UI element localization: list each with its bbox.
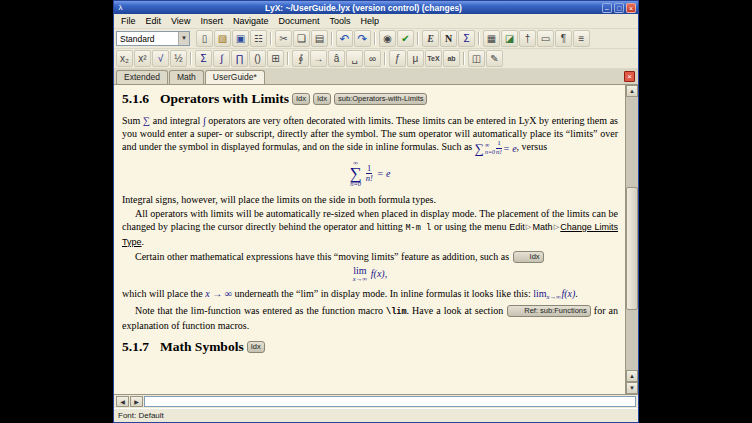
statusbar: Font: Default — [114, 408, 638, 422]
tab-userguide[interactable]: UserGuide* — [205, 70, 265, 84]
menu-view[interactable]: View — [166, 15, 195, 27]
minibuffer-input[interactable] — [144, 396, 636, 407]
scroll-up2-icon[interactable]: ▲ — [626, 370, 638, 382]
scroll-down-icon[interactable]: ▼ — [626, 382, 638, 394]
label-inset[interactable]: sub:Operators-with-Limits — [334, 93, 427, 105]
space-icon[interactable]: ␣ — [346, 50, 363, 67]
toolbar-separator — [331, 32, 333, 45]
sum-icon[interactable]: Σ — [195, 50, 212, 67]
section-title: Operators with Limits — [160, 91, 289, 106]
function-argument: f(x) — [561, 288, 575, 299]
save-icon[interactable]: ▣ — [232, 30, 249, 47]
close-button[interactable]: × — [626, 3, 636, 13]
search-icon[interactable]: ◉ — [379, 30, 396, 47]
chevron-down-icon[interactable]: ▼ — [178, 32, 189, 45]
section-title: Math Symbols — [160, 339, 244, 354]
delimiters-icon[interactable]: () — [249, 50, 266, 67]
spellcheck-icon[interactable]: ✔ — [397, 30, 414, 47]
undo-icon[interactable]: ↶ — [336, 30, 353, 47]
maximize-button[interactable]: □ — [614, 3, 624, 13]
scroll-up-icon[interactable]: ▲ — [626, 85, 638, 97]
menu-tools[interactable]: Tools — [324, 15, 355, 27]
footnote-icon[interactable]: † — [519, 30, 536, 47]
cross-reference-inset[interactable]: Ref: sub:Functions — [507, 305, 591, 317]
display-formula-sum[interactable]: ∞∑n=0 1n! = e — [122, 160, 618, 188]
titlebar[interactable]: λ LyX: ~/UserGuide.lyx (version control)… — [114, 1, 638, 14]
keyboard-shortcut: M-m l — [406, 223, 432, 233]
document-area[interactable]: 5.1.6Operators with LimitsIdxIdxsub:Oper… — [114, 85, 625, 394]
display-formula-lim[interactable]: limx→∞ f(x), — [122, 266, 618, 283]
noun-icon[interactable]: N — [440, 30, 457, 47]
close-tab-button[interactable]: × — [624, 71, 635, 82]
redo-icon[interactable]: ↷ — [354, 30, 371, 47]
menu-navigate[interactable]: Navigate — [228, 15, 274, 27]
insert-table-icon[interactable]: ▦ — [483, 30, 500, 47]
math-mode-icon[interactable]: Σ — [458, 30, 475, 47]
text-run: . Have a look at section — [407, 305, 507, 316]
subscript-icon[interactable]: x₂ — [116, 50, 133, 67]
status-text: Font: Default — [118, 411, 164, 420]
contour-integral-icon[interactable]: ∮ — [292, 50, 309, 67]
layout-icon[interactable]: ≡ — [573, 30, 590, 47]
inline-math-x-to-infinity[interactable]: x → ∞ — [205, 288, 232, 299]
text-run: . — [575, 288, 578, 299]
product-icon[interactable]: ∏ — [231, 50, 248, 67]
lim-under-limit: x→∞ — [353, 276, 367, 283]
fraction-icon[interactable]: ½ — [170, 50, 187, 67]
toolbar-separator — [417, 32, 419, 45]
index-inset[interactable]: Idx — [292, 93, 310, 105]
tab-math[interactable]: Math — [169, 70, 204, 84]
tab-extended[interactable]: Extended — [116, 70, 168, 84]
menu-file[interactable]: File — [116, 15, 141, 27]
index-inset[interactable]: Idx — [313, 93, 331, 105]
section-number: 5.1.6 — [122, 91, 149, 106]
latex-macro: \lim — [386, 307, 406, 317]
minimize-button[interactable]: – — [602, 3, 612, 13]
scrollbar-track[interactable] — [626, 97, 638, 370]
menu-help[interactable]: Help — [355, 15, 384, 27]
menu-document[interactable]: Document — [273, 15, 324, 27]
emphasis-icon[interactable]: E — [422, 30, 439, 47]
arrow-right-icon[interactable]: ▶ — [130, 396, 143, 407]
index-inset[interactable]: Idx — [247, 341, 265, 353]
accent-icon[interactable]: â — [328, 50, 345, 67]
menu-edit[interactable]: Edit — [141, 15, 167, 27]
app-icon: λ — [116, 3, 125, 12]
cut-icon[interactable]: ✂ — [275, 30, 292, 47]
margin-note-icon[interactable]: ▭ — [537, 30, 554, 47]
text-in-math-icon[interactable]: ab — [443, 50, 460, 67]
paste-icon[interactable]: ▤ — [311, 30, 328, 47]
macro-icon[interactable]: μ — [407, 50, 424, 67]
paragraph-style-value: Standard — [120, 34, 155, 44]
paragraph-icon[interactable]: ¶ — [555, 30, 572, 47]
copy-icon[interactable]: ❏ — [293, 30, 310, 47]
insert-graphics-icon[interactable]: ◪ — [501, 30, 518, 47]
limits-icon[interactable]: ∞ — [364, 50, 381, 67]
new-document-icon[interactable]: ▯ — [196, 30, 213, 47]
paragraph-style-select[interactable]: Standard ▼ — [116, 31, 190, 46]
toolbar-separator — [287, 52, 289, 65]
math-panel-icon[interactable]: ✎ — [486, 50, 503, 67]
text-run: Sum — [122, 115, 143, 126]
display-toggle-icon[interactable]: ◫ — [468, 50, 485, 67]
integral-icon[interactable]: ∫ — [213, 50, 230, 67]
superscript-icon[interactable]: x² — [134, 50, 151, 67]
open-icon[interactable]: ▨ — [214, 30, 231, 47]
inline-formula-sum[interactable]: ∑∞n=01n!= e — [475, 140, 517, 156]
matrix-icon[interactable]: ⊞ — [267, 50, 284, 67]
function-icon[interactable]: ƒ — [389, 50, 406, 67]
sqrt-icon[interactable]: √ — [152, 50, 169, 67]
scrollbar-thumb[interactable] — [626, 187, 638, 310]
print-icon[interactable]: ☷ — [250, 30, 267, 47]
menu-insert[interactable]: Insert — [195, 15, 228, 27]
arrow-icon[interactable]: → — [310, 50, 327, 67]
subscript-limit: n=0 — [485, 149, 495, 156]
index-inset[interactable]: Idx — [513, 251, 544, 263]
vertical-scrollbar[interactable]: ▲ ▲ ▼ — [625, 85, 638, 394]
arrow-left-icon[interactable]: ◀ — [116, 396, 129, 407]
inline-formula-lim[interactable]: limx→∞ f(x) — [533, 288, 575, 299]
paragraph: Integral signs, however, will place the … — [122, 193, 618, 206]
denominator: n! — [366, 174, 373, 183]
tex-icon[interactable]: TeX — [425, 50, 442, 67]
denominator: n! — [496, 149, 502, 157]
